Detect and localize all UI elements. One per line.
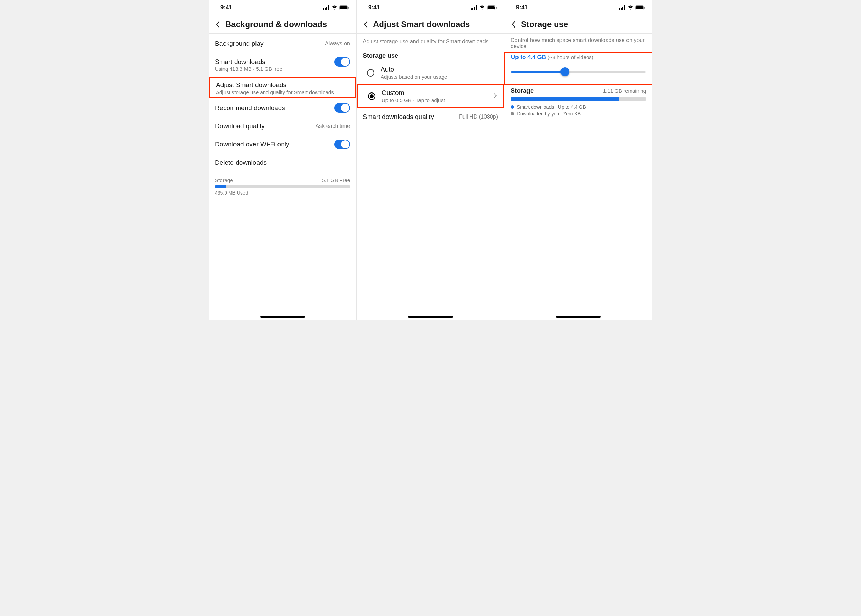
status-bar: 9:41 [504,0,652,15]
delete-downloads-row[interactable]: Delete downloads [209,154,356,171]
storage-use-section: Storage use [357,47,504,61]
slider-fill [511,71,565,72]
download-quality-row[interactable]: Download quality Ask each time [209,118,356,135]
back-button[interactable] [361,20,370,28]
svg-rect-12 [496,7,496,9]
recommend-toggle[interactable] [334,103,350,113]
svg-rect-13 [488,6,495,9]
svg-rect-10 [476,5,477,9]
smart-downloads-label: Smart downloads [215,58,266,66]
slider-value: Up to 4.4 GB [511,54,548,61]
recommend-downloads-row: Recommend downloads [209,98,356,118]
chevron-right-icon [494,93,497,100]
radio-unselected-icon [367,69,375,77]
custom-sub: Up to 0.5 GB · Tap to adjust [382,97,497,103]
screen-storage-use: 9:41 Storage use Control how much space … [504,0,652,321]
svg-rect-3 [328,5,329,9]
smart-downloads-sub: Using 418.3 MB · 5.1 GB free [209,66,356,77]
background-play-value: Always on [325,41,350,47]
storage-label: Storage [511,87,534,94]
svg-rect-7 [471,8,472,9]
back-button[interactable] [509,20,518,28]
wifi-icon [628,5,633,9]
smart-quality-label: Smart downloads quality [363,113,434,121]
slider-highlight: Up to 4.4 GB (~8 hours of videos) [504,52,652,85]
page-title: Background & downloads [225,20,327,29]
status-icons [619,5,645,10]
svg-rect-16 [622,6,623,9]
svg-rect-9 [474,6,475,9]
storage-bar [215,185,350,188]
wifi-only-label: Download over Wi-Fi only [215,141,289,148]
smart-downloads-toggle[interactable] [334,57,350,67]
cellular-icon [471,5,477,9]
svg-rect-5 [348,7,349,9]
smart-quality-row[interactable]: Smart downloads quality Full HD (1080p) [357,108,504,126]
cellular-icon [619,5,625,9]
page-desc: Control how much space smart downloads u… [504,34,652,52]
svg-rect-14 [619,8,620,9]
storage-used: 435.9 MB Used [215,190,350,196]
recommend-label: Recommend downloads [215,104,285,112]
legend-smart-downloads: Smart downloads · Up to 4.4 GB [511,104,646,110]
dl-quality-label: Download quality [215,123,265,130]
chevron-left-icon [216,21,220,28]
storage-fill [511,97,619,101]
storage-custom-option[interactable]: Custom Up to 0.5 GB · Tap to adjust [357,85,503,107]
back-button[interactable] [214,20,222,28]
legend2-text: Downloaded by you · Zero KB [517,111,581,116]
header: Background & downloads [209,15,356,34]
screen-adjust-smart: 9:41 Adjust Smart downloads Adjust stora… [357,0,504,321]
battery-icon [487,5,496,10]
status-time: 9:41 [516,4,528,11]
page-title: Adjust Smart downloads [373,20,470,29]
background-play-label: Background play [215,40,264,47]
legend1-text: Smart downloads · Up to 4.4 GB [517,104,586,110]
home-indicator[interactable] [260,316,305,317]
wifi-only-row: Download over Wi-Fi only [209,135,356,154]
storage-bar [511,97,646,101]
svg-rect-0 [323,8,324,9]
header: Storage use [504,15,652,34]
svg-rect-19 [644,7,645,9]
chevron-left-icon [364,21,368,28]
storage-slider[interactable] [511,67,646,77]
svg-rect-8 [472,8,474,9]
chevron-left-icon [511,21,515,28]
home-indicator[interactable] [556,316,601,317]
screen-background-downloads: 9:41 Background & downloads Background p… [209,0,357,321]
dot-blue-icon [511,105,514,108]
svg-rect-1 [324,8,326,9]
slider-note: (~8 hours of videos) [548,54,593,60]
cellular-icon [323,5,329,9]
auto-sub: Adjusts based on your usage [381,74,498,80]
custom-label: Custom [382,89,497,97]
wifi-icon [332,5,337,9]
dl-quality-value: Ask each time [316,123,350,129]
status-icons [471,5,496,10]
header: Adjust Smart downloads [357,15,504,34]
auto-label: Auto [381,66,498,73]
custom-highlight: Custom Up to 0.5 GB · Tap to adjust [357,84,504,108]
storage-fill [215,185,225,188]
storage-auto-option[interactable]: Auto Adjusts based on your usage [357,61,504,84]
storage-remaining: 1.11 GB remaining [603,88,646,94]
wifi-only-toggle[interactable] [334,140,350,149]
background-play-row[interactable]: Background play Always on [209,35,356,52]
storage-label: Storage [215,178,233,183]
storage-section: Storage 5.1 GB Free 435.9 MB Used [209,174,356,199]
delete-label: Delete downloads [215,159,267,167]
storage-legend: Smart downloads · Up to 4.4 GB Downloade… [504,101,652,121]
status-bar: 9:41 [209,0,356,15]
slider-thumb[interactable] [560,68,570,76]
slider-header: Up to 4.4 GB (~8 hours of videos) [505,53,652,61]
svg-rect-17 [624,5,625,9]
adjust-smart-label: Adjust Smart downloads [216,81,349,89]
svg-rect-2 [326,6,327,9]
dot-gray-icon [511,112,514,115]
page-desc: Adjust storage use and quality for Smart… [357,34,504,47]
home-indicator[interactable] [408,316,453,317]
adjust-smart-downloads-row[interactable]: Adjust Smart downloads Adjust storage us… [210,78,355,97]
status-bar: 9:41 [357,0,504,15]
svg-rect-20 [636,6,643,9]
